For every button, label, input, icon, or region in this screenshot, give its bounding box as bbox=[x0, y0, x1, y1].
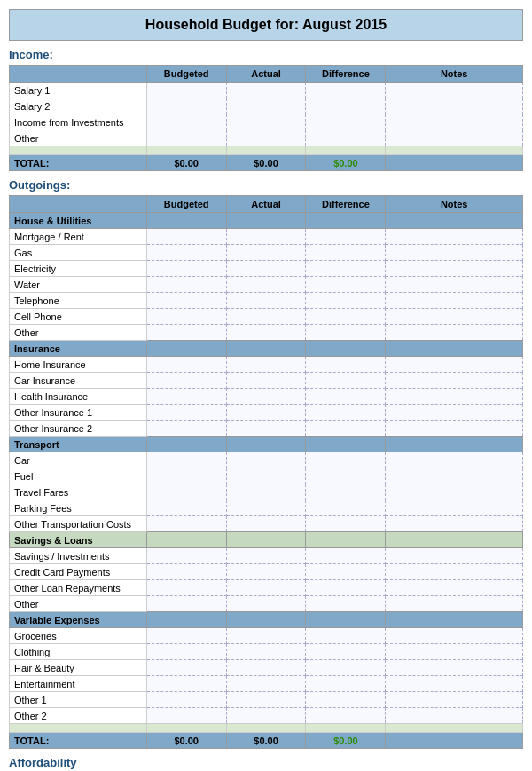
outgoings-row-budgeted[interactable] bbox=[146, 548, 226, 564]
outgoings-row-actual[interactable] bbox=[226, 452, 306, 468]
outgoings-row-notes[interactable] bbox=[386, 628, 523, 644]
outgoings-row-budgeted[interactable] bbox=[146, 468, 226, 484]
income-row-notes[interactable] bbox=[386, 114, 523, 130]
outgoings-row-budgeted[interactable] bbox=[146, 500, 226, 516]
outgoings-row-actual[interactable] bbox=[226, 277, 306, 293]
outgoings-row-notes[interactable] bbox=[386, 516, 523, 532]
outgoings-row-notes[interactable] bbox=[386, 277, 523, 293]
income-row-actual[interactable] bbox=[226, 83, 306, 98]
outgoings-row-budgeted[interactable] bbox=[146, 564, 226, 580]
outgoings-row-difference bbox=[306, 277, 386, 293]
outgoings-row-notes[interactable] bbox=[386, 245, 523, 261]
outgoings-row-actual[interactable] bbox=[226, 405, 306, 421]
income-row-notes[interactable] bbox=[386, 83, 523, 98]
outgoings-row-actual[interactable] bbox=[226, 516, 306, 532]
outgoings-row-actual[interactable] bbox=[226, 708, 306, 724]
outgoings-row-budgeted[interactable] bbox=[146, 660, 226, 676]
outgoings-row-actual[interactable] bbox=[226, 564, 306, 580]
outgoings-row-budgeted[interactable] bbox=[146, 405, 226, 421]
outgoings-row-notes[interactable] bbox=[386, 692, 523, 708]
outgoings-row-actual[interactable] bbox=[226, 389, 306, 405]
outgoings-row-budgeted[interactable] bbox=[146, 261, 226, 277]
outgoings-row-actual[interactable] bbox=[226, 628, 306, 644]
income-section-title: Income: bbox=[9, 48, 523, 61]
outgoings-row-notes[interactable] bbox=[386, 484, 523, 500]
outgoings-row-budgeted[interactable] bbox=[146, 325, 226, 341]
outgoings-row-label: Other bbox=[10, 596, 147, 612]
outgoings-row-budgeted[interactable] bbox=[146, 277, 226, 293]
outgoings-row-budgeted[interactable] bbox=[146, 373, 226, 389]
outgoings-row-notes[interactable] bbox=[386, 468, 523, 484]
outgoings-row-notes[interactable] bbox=[386, 405, 523, 421]
outgoings-row-actual[interactable] bbox=[226, 484, 306, 500]
outgoings-row-actual[interactable] bbox=[226, 357, 306, 373]
outgoings-row-actual[interactable] bbox=[226, 421, 306, 437]
outgoings-row-budgeted[interactable] bbox=[146, 676, 226, 692]
outgoings-row-notes[interactable] bbox=[386, 325, 523, 341]
outgoings-row-actual[interactable] bbox=[226, 245, 306, 261]
income-row-actual[interactable] bbox=[226, 114, 306, 130]
outgoings-row-actual[interactable] bbox=[226, 644, 306, 660]
outgoings-header-row: Budgeted Actual Difference Notes bbox=[10, 196, 523, 213]
outgoings-row-actual[interactable] bbox=[226, 325, 306, 341]
outgoings-row-actual[interactable] bbox=[226, 660, 306, 676]
outgoings-row-notes[interactable] bbox=[386, 261, 523, 277]
income-row-actual[interactable] bbox=[226, 98, 306, 114]
outgoings-row-notes[interactable] bbox=[386, 564, 523, 580]
outgoings-row-notes[interactable] bbox=[386, 452, 523, 468]
outgoings-row-notes[interactable] bbox=[386, 596, 523, 612]
outgoings-row-actual[interactable] bbox=[226, 692, 306, 708]
outgoings-row-budgeted[interactable] bbox=[146, 245, 226, 261]
outgoings-row-budgeted[interactable] bbox=[146, 580, 226, 596]
outgoings-row-budgeted[interactable] bbox=[146, 357, 226, 373]
outgoings-row-budgeted[interactable] bbox=[146, 452, 226, 468]
outgoings-row-notes[interactable] bbox=[386, 708, 523, 724]
outgoings-row-budgeted[interactable] bbox=[146, 596, 226, 612]
income-row-notes[interactable] bbox=[386, 130, 523, 146]
outgoings-row-actual[interactable] bbox=[226, 676, 306, 692]
income-row-budgeted[interactable] bbox=[146, 114, 226, 130]
outgoings-row-notes[interactable] bbox=[386, 389, 523, 405]
outgoings-row-budgeted[interactable] bbox=[146, 692, 226, 708]
outgoings-row-notes[interactable] bbox=[386, 660, 523, 676]
income-row-budgeted[interactable] bbox=[146, 83, 226, 98]
outgoings-row-actual[interactable] bbox=[226, 261, 306, 277]
outgoings-row-notes[interactable] bbox=[386, 421, 523, 437]
income-row-budgeted[interactable] bbox=[146, 130, 226, 146]
outgoings-row-actual[interactable] bbox=[226, 373, 306, 389]
outgoings-row-actual[interactable] bbox=[226, 309, 306, 325]
outgoings-row-budgeted[interactable] bbox=[146, 644, 226, 660]
outgoings-row-budgeted[interactable] bbox=[146, 293, 226, 309]
outgoings-row-label: Fuel bbox=[10, 468, 147, 484]
outgoings-row-budgeted[interactable] bbox=[146, 421, 226, 437]
outgoings-row-notes[interactable] bbox=[386, 500, 523, 516]
outgoings-row-actual[interactable] bbox=[226, 580, 306, 596]
outgoings-row-budgeted[interactable] bbox=[146, 484, 226, 500]
outgoings-row-budgeted[interactable] bbox=[146, 389, 226, 405]
outgoings-row-notes[interactable] bbox=[386, 676, 523, 692]
outgoings-row-actual[interactable] bbox=[226, 468, 306, 484]
outgoings-row-actual[interactable] bbox=[226, 229, 306, 245]
outgoings-row-budgeted[interactable] bbox=[146, 309, 226, 325]
income-row: Salary 1 bbox=[10, 83, 523, 98]
outgoings-row-notes[interactable] bbox=[386, 357, 523, 373]
outgoings-row-budgeted[interactable] bbox=[146, 708, 226, 724]
outgoings-row-label: Mortgage / Rent bbox=[10, 229, 147, 245]
outgoings-row-actual[interactable] bbox=[226, 548, 306, 564]
income-row-actual[interactable] bbox=[226, 130, 306, 146]
income-row-budgeted[interactable] bbox=[146, 98, 226, 114]
outgoings-row-notes[interactable] bbox=[386, 229, 523, 245]
outgoings-row-actual[interactable] bbox=[226, 500, 306, 516]
outgoings-row-actual[interactable] bbox=[226, 596, 306, 612]
outgoings-row-notes[interactable] bbox=[386, 548, 523, 564]
outgoings-row-notes[interactable] bbox=[386, 580, 523, 596]
outgoings-row-budgeted[interactable] bbox=[146, 628, 226, 644]
outgoings-row-notes[interactable] bbox=[386, 373, 523, 389]
outgoings-row-notes[interactable] bbox=[386, 293, 523, 309]
outgoings-row-budgeted[interactable] bbox=[146, 516, 226, 532]
outgoings-row-notes[interactable] bbox=[386, 309, 523, 325]
outgoings-row-budgeted[interactable] bbox=[146, 229, 226, 245]
outgoings-row-actual[interactable] bbox=[226, 293, 306, 309]
outgoings-row-notes[interactable] bbox=[386, 644, 523, 660]
income-row-notes[interactable] bbox=[386, 98, 523, 114]
